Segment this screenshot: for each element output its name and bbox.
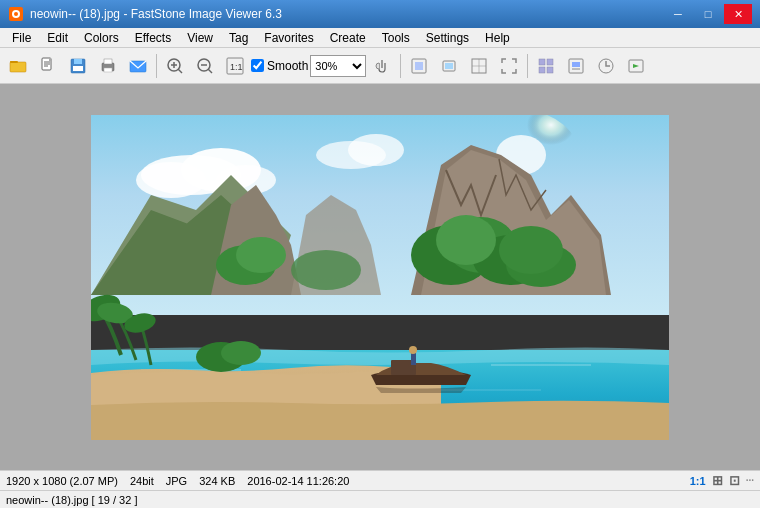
svg-marker-7 <box>49 58 51 61</box>
fit-window-button[interactable] <box>405 52 433 80</box>
svg-point-75 <box>221 341 261 365</box>
open-file-button[interactable] <box>34 52 62 80</box>
svg-point-58 <box>499 226 563 274</box>
smooth-label: Smooth <box>267 59 308 73</box>
svg-rect-35 <box>547 59 553 65</box>
fullscreen-button[interactable] <box>495 52 523 80</box>
svg-rect-39 <box>572 62 580 67</box>
filename-display: neowin-- (18).jpg [ 19 / 32 ] <box>6 494 137 506</box>
file-format: JPG <box>166 475 187 487</box>
email-button[interactable] <box>124 52 152 80</box>
svg-rect-34 <box>539 59 545 65</box>
pan-button[interactable] <box>368 52 396 80</box>
image-dimensions: 1920 x 1080 (2.07 MP) <box>6 475 118 487</box>
status-icon-1: ⊞ <box>712 473 723 488</box>
fit-image-button[interactable] <box>435 52 463 80</box>
svg-point-61 <box>291 250 361 290</box>
save-button[interactable] <box>64 52 92 80</box>
open-folder-button[interactable] <box>4 52 32 80</box>
zoom-actual-button[interactable]: 1:1 <box>221 52 249 80</box>
status-info: 1920 x 1080 (2.07 MP) 24bit JPG 324 KB 2… <box>6 475 349 487</box>
title-bar: neowin-- (18).jpg - FastStone Image View… <box>0 0 760 28</box>
svg-point-52 <box>348 134 404 166</box>
print-button[interactable] <box>94 52 122 80</box>
zoom-ratio: 1:1 <box>690 475 706 487</box>
svg-rect-12 <box>74 59 82 64</box>
color-depth: 24bit <box>130 475 154 487</box>
svg-rect-4 <box>10 62 26 72</box>
svg-point-2 <box>14 12 18 16</box>
status-dots: ··· <box>746 475 754 486</box>
zoom-out-button[interactable] <box>191 52 219 80</box>
file-bar: neowin-- (18).jpg [ 19 / 32 ] <box>0 490 760 508</box>
menu-edit[interactable]: Edit <box>39 29 76 47</box>
minimize-button[interactable]: ─ <box>664 4 692 24</box>
menu-help[interactable]: Help <box>477 29 518 47</box>
svg-rect-5 <box>10 61 18 63</box>
svg-rect-16 <box>104 68 112 72</box>
window-title: neowin-- (18).jpg - FastStone Image View… <box>30 7 664 21</box>
svg-point-73 <box>409 346 417 354</box>
file-date: 2016-02-14 11:26:20 <box>247 475 349 487</box>
menu-view[interactable]: View <box>179 29 221 47</box>
svg-rect-36 <box>539 67 545 73</box>
menu-bar: File Edit Colors Effects View Tag Favori… <box>0 28 760 48</box>
svg-rect-15 <box>104 59 112 64</box>
toolbar-btn-6[interactable] <box>562 52 590 80</box>
actual-size-button[interactable] <box>465 52 493 80</box>
menu-favorites[interactable]: Favorites <box>256 29 321 47</box>
svg-point-60 <box>236 237 286 273</box>
svg-point-49 <box>136 162 206 198</box>
toolbar-btn-5[interactable] <box>532 52 560 80</box>
toolbar-separator-1 <box>156 54 157 78</box>
zoom-in-button[interactable] <box>161 52 189 80</box>
svg-text:1:1: 1:1 <box>230 62 243 72</box>
image-container[interactable] <box>91 115 669 440</box>
smooth-checkbox-input[interactable] <box>251 59 264 72</box>
zoom-select[interactable]: 5% 10% 15% 25% 30% 50% 75% 100% 150% 200… <box>310 55 366 77</box>
window-controls: ─ □ ✕ <box>664 4 752 24</box>
close-button[interactable]: ✕ <box>724 4 752 24</box>
toolbar-separator-2 <box>400 54 401 78</box>
menu-create[interactable]: Create <box>322 29 374 47</box>
svg-rect-72 <box>411 353 416 365</box>
menu-tools[interactable]: Tools <box>374 29 418 47</box>
svg-line-21 <box>178 69 182 73</box>
status-icon-2: ⊡ <box>729 473 740 488</box>
maximize-button[interactable]: □ <box>694 4 722 24</box>
svg-rect-28 <box>415 62 423 70</box>
toolbar-separator-3 <box>527 54 528 78</box>
svg-rect-30 <box>445 63 453 69</box>
app-icon <box>8 6 24 22</box>
status-right: 1:1 ⊞ ⊡ ··· <box>690 473 754 488</box>
svg-rect-13 <box>73 66 83 71</box>
svg-marker-43 <box>633 64 639 68</box>
toolbar-btn-7[interactable] <box>592 52 620 80</box>
menu-effects[interactable]: Effects <box>127 29 179 47</box>
svg-point-57 <box>436 215 496 265</box>
main-area <box>0 84 760 470</box>
toolbar-btn-8[interactable] <box>622 52 650 80</box>
smooth-checkbox[interactable]: Smooth <box>251 59 308 73</box>
svg-line-24 <box>208 69 212 73</box>
menu-colors[interactable]: Colors <box>76 29 127 47</box>
toolbar: 1:1 Smooth 5% 10% 15% 25% 30% 50% 75% 10… <box>0 48 760 84</box>
menu-settings[interactable]: Settings <box>418 29 477 47</box>
image-display <box>91 115 669 440</box>
status-bar: 1920 x 1080 (2.07 MP) 24bit JPG 324 KB 2… <box>0 470 760 490</box>
svg-rect-37 <box>547 67 553 73</box>
menu-tag[interactable]: Tag <box>221 29 256 47</box>
menu-file[interactable]: File <box>4 29 39 47</box>
file-size: 324 KB <box>199 475 235 487</box>
